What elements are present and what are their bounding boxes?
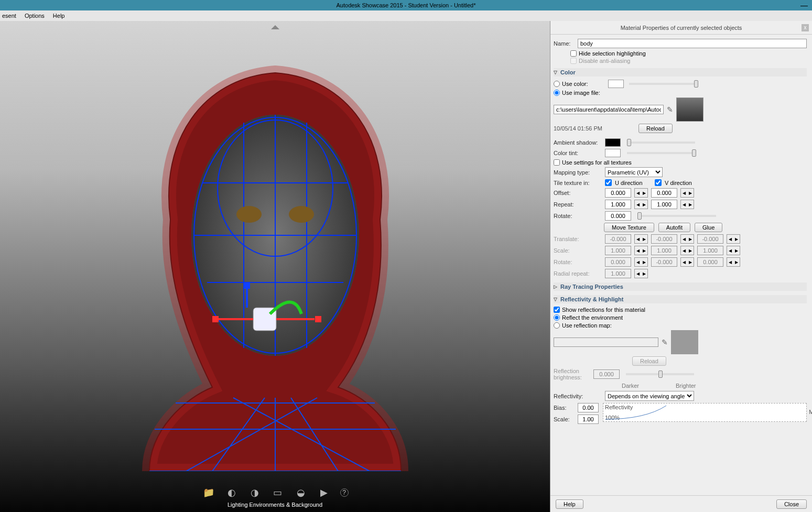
menu-help[interactable]: Help — [53, 13, 65, 19]
rotate-label: Rotate: — [554, 213, 602, 219]
scale-y-spinner: ◀▶ — [680, 246, 694, 255]
offset-label: Offset: — [554, 190, 602, 196]
refl-bright-label: Reflection brightness: — [554, 368, 590, 380]
close-icon[interactable]: x — [802, 24, 809, 31]
rotate-slider[interactable] — [637, 215, 716, 217]
window-minimize-icon[interactable]: — — [800, 0, 808, 10]
glue-button[interactable]: Glue — [695, 223, 722, 232]
repeat-v-spinner[interactable]: ◀▶ — [680, 200, 694, 209]
image-path-field[interactable] — [554, 105, 664, 114]
ambient-slider[interactable] — [627, 141, 695, 144]
svg-rect-8 — [212, 316, 219, 322]
scale-refl-field[interactable] — [578, 415, 599, 424]
viewport-expand-icon[interactable] — [271, 25, 279, 29]
translate-y — [651, 234, 677, 244]
translate-label: Translate: — [554, 236, 602, 242]
bias-label: Bias: — [554, 405, 575, 411]
lighting-icon[interactable]: ◑ — [248, 486, 262, 499]
use-all-textures-checkbox[interactable] — [554, 159, 560, 166]
help-icon[interactable]: ? — [340, 488, 349, 497]
shot-icon[interactable]: ▭ — [271, 486, 285, 499]
scale-x — [605, 246, 631, 255]
section-color-head[interactable]: ▽ Color — [554, 68, 807, 77]
hide-selection-checkbox[interactable] — [570, 50, 577, 57]
window-title: Autodesk Showcase 2015 - Student Version… — [337, 2, 476, 8]
close-button[interactable]: Close — [776, 499, 807, 509]
section-refl-title: Reflectivity & Highlight — [560, 296, 623, 302]
publish-icon[interactable]: ▶ — [317, 486, 331, 499]
rotate2-z — [697, 257, 723, 267]
present-icon[interactable]: ◒ — [294, 486, 308, 499]
menu-options[interactable]: Options — [25, 13, 45, 19]
repeat-u-field[interactable] — [605, 200, 631, 209]
ambient-swatch[interactable] — [605, 138, 621, 147]
folder-icon[interactable]: 📁 — [202, 486, 215, 499]
name-label: Name: — [554, 40, 575, 47]
autofit-button[interactable]: Autofit — [658, 223, 690, 232]
rotate2-y — [651, 257, 677, 267]
use-refl-map-label: Use reflection map: — [562, 322, 612, 329]
reflectivity-select[interactable]: Depends on the viewing angle — [605, 391, 694, 401]
radial-label: Radial repeat: — [554, 270, 602, 277]
section-ray-title: Ray Tracing Properties — [560, 284, 623, 290]
use-all-textures-label: Use settings for all textures — [562, 159, 632, 166]
v-direction-label: V direction — [665, 180, 692, 186]
section-refl-head[interactable]: ▽ Reflectivity & Highlight — [554, 295, 807, 303]
rotate2-x-spinner: ◀▶ — [634, 257, 648, 267]
move-texture-button[interactable]: Move Texture — [604, 223, 654, 232]
reflectivity-chart: Reflectivity 100% Max — [603, 403, 807, 422]
offset-u-field[interactable] — [605, 188, 631, 198]
environment-sphere-icon[interactable]: ◐ — [225, 486, 239, 499]
viewport-bottom-toolbar: 📁 ◐ ◑ ▭ ◒ ▶ ? Lighting Environments & Ba… — [202, 486, 349, 508]
eyedropper-icon[interactable]: ✎ — [667, 105, 673, 114]
offset-u-spinner[interactable]: ◀▶ — [634, 188, 648, 198]
darker-label: Darker — [622, 383, 639, 389]
help-button[interactable]: Help — [556, 499, 583, 509]
radial-spinner: ◀▶ — [634, 269, 648, 278]
brighter-label: Brighter — [676, 383, 696, 389]
reload-button[interactable]: Reload — [638, 124, 673, 133]
eyedropper-icon[interactable]: ✎ — [662, 338, 668, 346]
menu-present[interactable]: esent — [2, 13, 16, 19]
tint-label: Color tint: — [554, 150, 602, 156]
color-slider[interactable] — [629, 83, 697, 85]
use-image-radio[interactable] — [554, 90, 560, 96]
svg-point-4 — [236, 206, 262, 223]
radial-field — [605, 269, 631, 278]
repeat-u-spinner[interactable]: ◀▶ — [634, 200, 648, 209]
show-reflections-label: Show reflections for this material — [562, 307, 645, 313]
bias-field[interactable] — [578, 403, 599, 412]
refl-reload-button: Reload — [632, 356, 666, 366]
translate-z-spinner: ◀▶ — [727, 234, 740, 244]
repeat-v-field[interactable] — [651, 200, 677, 209]
viewport-3d[interactable]: 📁 ◐ ◑ ▭ ◒ ▶ ? Lighting Environments & Ba… — [0, 21, 550, 512]
tint-slider[interactable] — [627, 152, 695, 154]
tile-label: Tile texture in: — [554, 180, 602, 186]
show-reflections-checkbox[interactable] — [554, 307, 560, 313]
section-ray-head[interactable]: ▷ Ray Tracing Properties — [554, 282, 807, 291]
hide-selection-label: Hide selection highlighting — [579, 50, 646, 57]
offset-v-field[interactable] — [651, 188, 677, 198]
texture-thumbnail — [676, 97, 703, 122]
menu-bar: esent Options Help — [0, 10, 812, 21]
color-swatch[interactable] — [608, 80, 624, 88]
window-titlebar: Autodesk Showcase 2015 - Student Version… — [0, 0, 812, 10]
tint-swatch[interactable] — [605, 149, 621, 157]
expand-icon: ▷ — [554, 284, 557, 289]
u-direction-checkbox[interactable] — [605, 179, 612, 186]
v-direction-checkbox[interactable] — [655, 179, 662, 186]
rotate-field[interactable] — [605, 211, 631, 221]
reflectivity-label: Reflectivity: — [554, 393, 602, 399]
translate-z — [697, 234, 723, 244]
offset-v-spinner[interactable]: ◀▶ — [680, 188, 694, 198]
use-color-radio[interactable] — [554, 81, 560, 87]
mapping-select[interactable]: Parametric (UV) — [605, 167, 663, 177]
use-image-label: Use image file: — [562, 90, 600, 96]
use-refl-map-radio[interactable] — [554, 322, 560, 329]
name-field[interactable] — [578, 39, 807, 48]
disable-aa-checkbox — [570, 58, 577, 64]
refl-map-path — [554, 337, 658, 347]
translate-x — [605, 234, 631, 244]
reflect-env-radio[interactable] — [554, 314, 560, 321]
refl-bright-slider — [626, 373, 694, 375]
